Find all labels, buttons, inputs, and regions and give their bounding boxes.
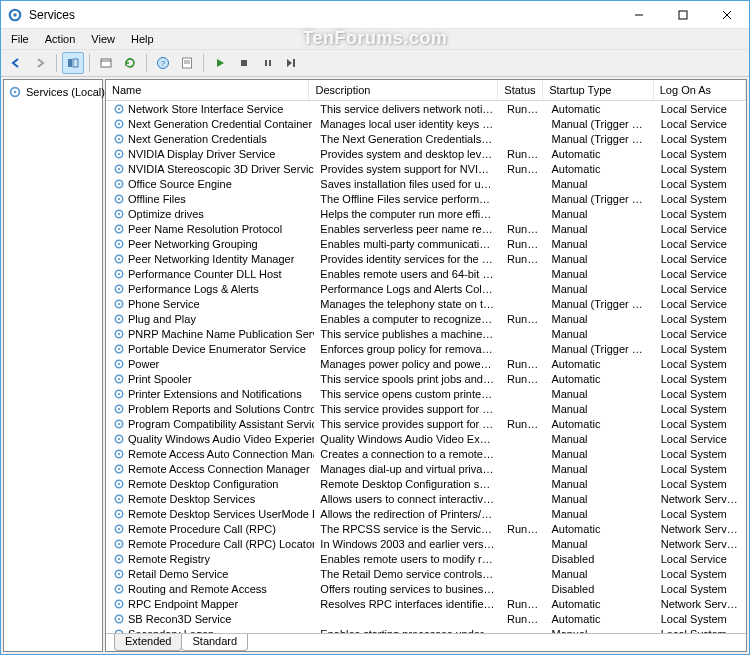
service-row[interactable]: Network Store Interface ServiceThis serv… bbox=[106, 101, 746, 116]
service-logon-as: Local System bbox=[655, 403, 746, 415]
service-description: Manages power policy and power policy no… bbox=[314, 358, 501, 370]
service-name: NVIDIA Stereoscopic 3D Driver Service bbox=[128, 163, 314, 175]
column-description[interactable]: Description bbox=[309, 80, 498, 100]
service-name: Peer Name Resolution Protocol bbox=[128, 223, 282, 235]
column-log-on-as[interactable]: Log On As bbox=[654, 80, 746, 100]
svg-point-24 bbox=[117, 122, 119, 124]
svg-rect-8 bbox=[101, 59, 111, 67]
service-list[interactable]: Network Store Interface ServiceThis serv… bbox=[106, 101, 746, 633]
stop-service-button[interactable] bbox=[233, 52, 255, 74]
service-description: Creates a connection to a remote network… bbox=[314, 448, 501, 460]
service-description: In Windows 2003 and earlier versions of … bbox=[314, 538, 501, 550]
export-list-button[interactable] bbox=[95, 52, 117, 74]
service-row[interactable]: Remote Procedure Call (RPC) LocatorIn Wi… bbox=[106, 536, 746, 551]
gear-icon bbox=[112, 612, 125, 625]
service-description: Enables serverless peer name resolution … bbox=[314, 223, 501, 235]
window-title: Services bbox=[29, 8, 617, 22]
menu-action[interactable]: Action bbox=[37, 31, 84, 47]
service-name: Offline Files bbox=[128, 193, 186, 205]
column-status[interactable]: Status bbox=[498, 80, 543, 100]
service-row[interactable]: NVIDIA Display Driver ServiceProvides sy… bbox=[106, 146, 746, 161]
gear-icon bbox=[112, 432, 125, 445]
service-status: Running bbox=[501, 613, 545, 625]
help-button[interactable]: ? bbox=[152, 52, 174, 74]
console-tree[interactable]: Services (Local) bbox=[3, 79, 103, 652]
service-name: Remote Desktop Services UserMode Port Re… bbox=[128, 508, 314, 520]
gear-icon bbox=[112, 117, 125, 130]
service-name: NVIDIA Display Driver Service bbox=[128, 148, 275, 160]
service-row[interactable]: Retail Demo ServiceThe Retail Demo servi… bbox=[106, 566, 746, 581]
service-row[interactable]: Offline FilesThe Offline Files service p… bbox=[106, 191, 746, 206]
minimize-button[interactable] bbox=[617, 1, 661, 29]
tree-root-services-local[interactable]: Services (Local) bbox=[6, 84, 100, 100]
pause-service-button[interactable] bbox=[257, 52, 279, 74]
service-row[interactable]: Peer Networking Identity ManagerProvides… bbox=[106, 251, 746, 266]
restart-service-button[interactable] bbox=[281, 52, 303, 74]
service-status: Running bbox=[501, 223, 545, 235]
back-button[interactable] bbox=[5, 52, 27, 74]
properties-button[interactable] bbox=[176, 52, 198, 74]
service-row[interactable]: Peer Name Resolution ProtocolEnables ser… bbox=[106, 221, 746, 236]
close-button[interactable] bbox=[705, 1, 749, 29]
service-logon-as: Local Service bbox=[655, 118, 746, 130]
gear-icon bbox=[112, 507, 125, 520]
service-row[interactable]: Remote Procedure Call (RPC)The RPCSS ser… bbox=[106, 521, 746, 536]
service-row[interactable]: Remote Access Connection ManagerManages … bbox=[106, 461, 746, 476]
service-row[interactable]: NVIDIA Stereoscopic 3D Driver ServicePro… bbox=[106, 161, 746, 176]
service-row[interactable]: Optimize drivesHelps the computer run mo… bbox=[106, 206, 746, 221]
service-row[interactable]: RPC Endpoint MapperResolves RPC interfac… bbox=[106, 596, 746, 611]
menu-file[interactable]: File bbox=[3, 31, 37, 47]
service-row[interactable]: Remote Desktop ServicesAllows users to c… bbox=[106, 491, 746, 506]
service-row[interactable]: Printer Extensions and NotificationsThis… bbox=[106, 386, 746, 401]
service-name: Remote Access Auto Connection Manager bbox=[128, 448, 314, 460]
service-row[interactable]: Problem Reports and Solutions Control Pa… bbox=[106, 401, 746, 416]
service-description: Provides system and desktop level suppor… bbox=[314, 148, 501, 160]
service-row[interactable]: Remote Desktop ConfigurationRemote Deskt… bbox=[106, 476, 746, 491]
service-description: Saves installation files used for update… bbox=[314, 178, 501, 190]
service-row[interactable]: PNRP Machine Name Publication ServiceThi… bbox=[106, 326, 746, 341]
service-row[interactable]: Phone ServiceManages the telephony state… bbox=[106, 296, 746, 311]
service-row[interactable]: Secondary LogonEnables starting processe… bbox=[106, 626, 746, 633]
service-logon-as: Local System bbox=[655, 613, 746, 625]
start-service-button[interactable] bbox=[209, 52, 231, 74]
tab-extended[interactable]: Extended bbox=[114, 634, 182, 651]
service-row[interactable]: Plug and PlayEnables a computer to recog… bbox=[106, 311, 746, 326]
show-hide-tree-button[interactable] bbox=[62, 52, 84, 74]
service-name: SB Recon3D Service bbox=[128, 613, 231, 625]
maximize-button[interactable] bbox=[661, 1, 705, 29]
service-startup-type: Manual bbox=[545, 283, 654, 295]
service-row[interactable]: Office Source EngineSaves installation f… bbox=[106, 176, 746, 191]
service-description: The Offline Files service performs maint… bbox=[314, 193, 501, 205]
service-row[interactable]: Next Generation CredentialsThe Next Gene… bbox=[106, 131, 746, 146]
service-row[interactable]: Performance Counter DLL HostEnables remo… bbox=[106, 266, 746, 281]
column-startup-type[interactable]: Startup Type bbox=[543, 80, 654, 100]
tab-standard[interactable]: Standard bbox=[181, 634, 248, 651]
service-row[interactable]: Print SpoolerThis service spools print j… bbox=[106, 371, 746, 386]
service-description: Allows the redirection of Printers/Drive… bbox=[314, 508, 501, 520]
toolbar-separator bbox=[203, 54, 204, 72]
svg-rect-15 bbox=[241, 60, 247, 66]
menubar: File Action View Help bbox=[1, 29, 749, 49]
gear-icon bbox=[112, 537, 125, 550]
refresh-button[interactable] bbox=[119, 52, 141, 74]
service-description: The RPCSS service is the Service Control… bbox=[314, 523, 501, 535]
service-row[interactable]: Remote Desktop Services UserMode Port Re… bbox=[106, 506, 746, 521]
service-row[interactable]: Portable Device Enumerator ServiceEnforc… bbox=[106, 341, 746, 356]
menu-help[interactable]: Help bbox=[123, 31, 162, 47]
service-row[interactable]: Remote RegistryEnables remote users to m… bbox=[106, 551, 746, 566]
service-logon-as: Local System bbox=[655, 358, 746, 370]
service-row[interactable]: Remote Access Auto Connection ManagerCre… bbox=[106, 446, 746, 461]
service-row[interactable]: Performance Logs & AlertsPerformance Log… bbox=[106, 281, 746, 296]
service-row[interactable]: Next Generation Credential Container Ser… bbox=[106, 116, 746, 131]
menu-view[interactable]: View bbox=[83, 31, 123, 47]
service-row[interactable]: SB Recon3D ServiceRunningAutomaticLocal … bbox=[106, 611, 746, 626]
service-row[interactable]: Routing and Remote AccessOffers routing … bbox=[106, 581, 746, 596]
service-logon-as: Network Service bbox=[655, 493, 746, 505]
service-description: This service publishes a machine name us… bbox=[314, 328, 501, 340]
service-row[interactable]: PowerManages power policy and power poli… bbox=[106, 356, 746, 371]
service-row[interactable]: Quality Windows Audio Video ExperienceQu… bbox=[106, 431, 746, 446]
forward-button[interactable] bbox=[29, 52, 51, 74]
service-row[interactable]: Program Compatibility Assistant ServiceT… bbox=[106, 416, 746, 431]
service-row[interactable]: Peer Networking GroupingEnables multi-pa… bbox=[106, 236, 746, 251]
column-name[interactable]: Name bbox=[106, 80, 309, 100]
